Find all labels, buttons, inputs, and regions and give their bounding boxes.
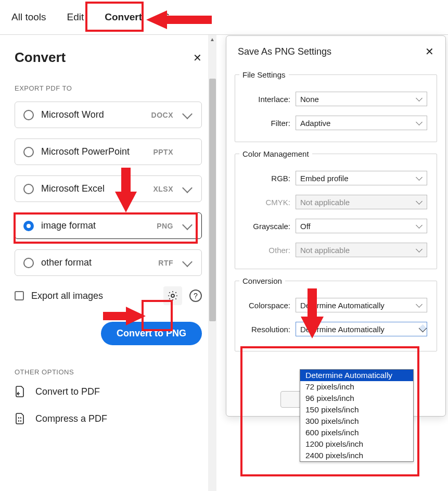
help-icon[interactable]: ?: [189, 289, 202, 302]
chevron-down-icon: [416, 174, 423, 181]
format-label: Microsoft Word: [41, 109, 144, 120]
format-ext: XLSX: [153, 185, 173, 193]
resolution-option[interactable]: 1200 pixels/inch: [300, 438, 413, 450]
resolution-option[interactable]: 96 pixels/inch: [300, 393, 413, 404]
gear-icon: [167, 290, 178, 301]
compress-pdf-icon: [15, 412, 26, 425]
convert-to-png-button[interactable]: Convert to PNG: [101, 322, 202, 345]
other-option-label: Convert to PDF: [35, 386, 100, 397]
menu-all-tools[interactable]: All tools: [2, 7, 56, 27]
resolution-label: Resolution:: [240, 325, 290, 334]
scrollbar-track[interactable]: ▲: [208, 35, 216, 491]
format-label: Microsoft Excel: [41, 183, 146, 194]
dialog-title: Save As PNG Settings: [238, 46, 331, 57]
export-pdf-to-label: EXPORT PDF TO: [15, 84, 202, 92]
interlace-select[interactable]: None: [296, 92, 427, 106]
rgb-label: RGB:: [240, 174, 290, 183]
other-options-label: OTHER OPTIONS: [15, 368, 202, 376]
cmyk-label: CMYK:: [240, 198, 290, 207]
radio-icon: [23, 147, 34, 157]
conversion-group: Conversion Colorspace: Determine Automat…: [235, 276, 437, 351]
chevron-down-icon: [416, 198, 423, 205]
chevron-down-icon: [182, 257, 193, 267]
format-label: other format: [41, 257, 151, 268]
chevron-down-icon: [182, 183, 193, 193]
svg-point-0: [171, 294, 174, 297]
other-color-select: Not applicable: [296, 243, 427, 257]
menu-edit[interactable]: Edit: [58, 7, 94, 27]
resolution-option[interactable]: Determine Automatically: [300, 370, 413, 381]
other-option-convert-to-pdf[interactable]: Convert to PDF: [15, 385, 202, 398]
other-option-label: Compress a PDF: [35, 413, 107, 424]
export-format-option[interactable]: Microsoft PowerPointPPTX: [15, 139, 202, 165]
convert-to-pdf-icon: [15, 385, 26, 398]
colorspace-select[interactable]: Determine Automatically: [296, 298, 427, 312]
chevron-down-icon: [182, 109, 193, 119]
format-ext: DOCX: [151, 111, 173, 119]
format-label: Microsoft PowerPoint: [41, 146, 146, 157]
menu-sign-truncated[interactable]: S: [153, 7, 179, 27]
rgb-select[interactable]: Embed profile: [296, 171, 427, 185]
format-ext: RTF: [158, 259, 173, 267]
scrollbar-thumb[interactable]: [209, 79, 216, 321]
colorspace-label: Colorspace:: [240, 301, 290, 310]
settings-gear-button[interactable]: [163, 286, 182, 305]
radio-icon: [23, 184, 34, 194]
menu-convert[interactable]: Convert: [95, 7, 151, 27]
filter-label: Filter:: [240, 119, 290, 128]
conversion-legend: Conversion: [239, 276, 285, 285]
chevron-down-icon: [416, 246, 423, 253]
resolution-dropdown-list[interactable]: Determine Automatically72 pixels/inch96 …: [300, 369, 414, 462]
file-settings-group: File Settings Interlace: None Filter: Ad…: [235, 70, 437, 142]
chevron-down-icon: [416, 301, 423, 308]
resolution-option[interactable]: 600 pixels/inch: [300, 427, 413, 438]
export-all-images-label: Export all images: [31, 291, 103, 301]
resolution-option[interactable]: 2400 pixels/inch: [300, 450, 413, 461]
top-menu-bar: All tools Edit Convert S: [0, 0, 448, 35]
resolution-option[interactable]: 300 pixels/inch: [300, 416, 413, 427]
grayscale-label: Grayscale:: [240, 222, 290, 231]
close-dialog-icon[interactable]: ✕: [425, 45, 434, 58]
convert-panel: ▲ Convert ✕ EXPORT PDF TO Microsoft Word…: [0, 35, 216, 491]
cmyk-select: Not applicable: [296, 195, 427, 209]
export-format-option[interactable]: other formatRTF: [15, 249, 202, 276]
save-as-png-settings-dialog: Save As PNG Settings ✕ File Settings Int…: [226, 35, 446, 417]
chevron-down-icon: [182, 220, 193, 230]
close-panel-icon[interactable]: ✕: [193, 52, 202, 64]
export-format-option[interactable]: image formatPNG: [15, 212, 202, 239]
export-format-option[interactable]: Microsoft ExcelXLSX: [15, 175, 202, 202]
chevron-down-icon: [416, 222, 423, 229]
resolution-select[interactable]: Determine Automatically: [296, 322, 427, 336]
export-all-images-checkbox[interactable]: [15, 291, 24, 300]
format-label: image format: [41, 220, 149, 231]
other-color-label: Other:: [240, 246, 290, 255]
other-option-compress-pdf[interactable]: Compress a PDF: [15, 412, 202, 425]
chevron-down-icon: [416, 95, 423, 102]
radio-icon: [23, 221, 34, 231]
scroll-up-icon[interactable]: ▲: [208, 35, 216, 43]
format-ext: PNG: [157, 222, 173, 230]
chevron-down-icon: [419, 324, 427, 332]
interlace-label: Interlace:: [240, 95, 290, 104]
color-management-legend: Color Management: [239, 149, 312, 158]
filter-select[interactable]: Adaptive: [296, 116, 427, 130]
format-ext: PPTX: [153, 148, 173, 156]
chevron-down-icon: [416, 119, 423, 125]
export-format-option[interactable]: Microsoft WordDOCX: [15, 102, 202, 128]
grayscale-select[interactable]: Off: [296, 219, 427, 233]
radio-icon: [23, 258, 34, 268]
file-settings-legend: File Settings: [239, 70, 289, 79]
resolution-option[interactable]: 72 pixels/inch: [300, 381, 413, 393]
radio-icon: [23, 110, 34, 120]
resolution-option[interactable]: 150 pixels/inch: [300, 404, 413, 416]
color-management-group: Color Management RGB: Embed profile CMYK…: [235, 149, 437, 269]
panel-title: Convert: [15, 49, 66, 66]
